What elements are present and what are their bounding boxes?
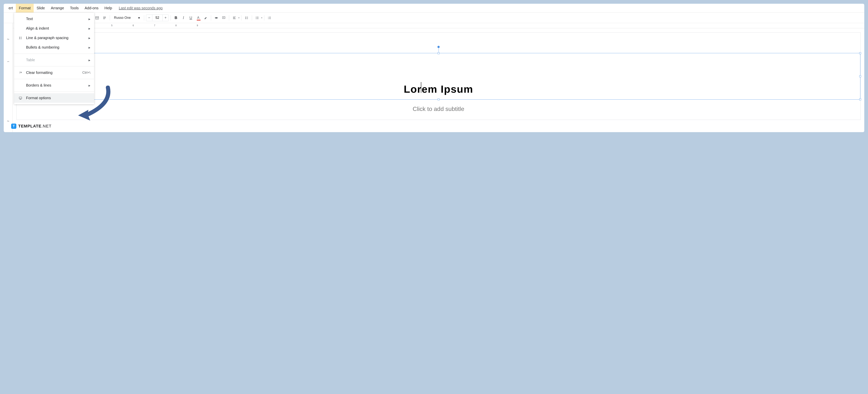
canvas-area: 2 1 2 1 2 3 4 5 6 7 8 9 bbox=[4, 23, 864, 132]
align-button[interactable] bbox=[231, 14, 238, 21]
menu-bullets-numbering[interactable]: Bullets & numbering ▸ bbox=[14, 42, 94, 52]
format-options-icon bbox=[18, 96, 23, 100]
text-cursor bbox=[421, 82, 421, 93]
font-size-input[interactable] bbox=[152, 15, 162, 21]
highlight-color-button[interactable] bbox=[203, 14, 209, 21]
submenu-arrow-icon: ▸ bbox=[89, 45, 90, 50]
slide[interactable]: Lorem Ipsum Click to add subtitle bbox=[17, 32, 861, 120]
submenu-arrow-icon: ▸ bbox=[89, 26, 90, 31]
submenu-arrow-icon: ▸ bbox=[89, 17, 90, 21]
menu-table: Table ▸ bbox=[14, 55, 94, 65]
menu-slide[interactable]: Slide bbox=[34, 4, 48, 12]
dropdown-caret-icon: ▾ bbox=[239, 17, 239, 19]
dropdown-caret-icon: ▾ bbox=[261, 17, 262, 19]
submenu-arrow-icon: ▸ bbox=[89, 58, 90, 62]
branding-logo: T TEMPLATE.NET bbox=[11, 124, 52, 129]
toolbar: Russo One ▾ − + B I U A ▾ ▾ 123 bbox=[4, 13, 864, 23]
decrease-font-button[interactable]: − bbox=[146, 15, 152, 21]
menu-divider bbox=[14, 79, 94, 79]
font-name: Russo One bbox=[114, 16, 131, 20]
rotate-handle[interactable] bbox=[437, 46, 440, 48]
main-canvas[interactable]: 1 2 3 4 5 6 7 8 9 bbox=[13, 23, 864, 132]
last-edit-link[interactable]: Last edit was seconds ago bbox=[119, 6, 163, 10]
line-spacing-icon bbox=[18, 36, 23, 40]
underline-button[interactable]: U bbox=[187, 14, 194, 21]
menu-help[interactable]: Help bbox=[101, 4, 115, 12]
bold-button[interactable]: B bbox=[173, 14, 179, 21]
numbered-list-button[interactable]: 123 bbox=[266, 14, 273, 21]
insert-link-button[interactable] bbox=[213, 14, 220, 21]
font-selector[interactable]: Russo One ▾ bbox=[112, 14, 142, 21]
dropdown-arrow-icon: ▾ bbox=[138, 16, 140, 20]
svg-rect-35 bbox=[19, 97, 22, 99]
add-comment-button[interactable] bbox=[220, 14, 227, 21]
shortcut-label: Ctrl+\ bbox=[82, 71, 90, 74]
title-text[interactable]: Lorem Ipsum bbox=[17, 79, 860, 99]
italic-button[interactable]: I bbox=[180, 14, 187, 21]
logo-icon: T bbox=[11, 124, 17, 129]
svg-point-18 bbox=[256, 18, 256, 18]
svg-rect-36 bbox=[20, 99, 21, 99]
bulleted-list-button[interactable] bbox=[254, 14, 260, 21]
menu-format-options[interactable]: Format options bbox=[14, 93, 94, 103]
menu-format[interactable]: Format bbox=[16, 4, 33, 12]
svg-point-19 bbox=[256, 19, 256, 19]
menu-align-indent[interactable]: Align & indent ▸ bbox=[14, 24, 94, 33]
svg-point-17 bbox=[256, 17, 256, 17]
resize-handle[interactable] bbox=[859, 52, 861, 54]
menu-tools[interactable]: Tools bbox=[67, 4, 82, 12]
menu-addons[interactable]: Add-ons bbox=[82, 4, 101, 12]
increase-font-button[interactable]: + bbox=[162, 15, 168, 21]
title-textbox[interactable]: Lorem Ipsum bbox=[17, 53, 860, 99]
menubar: ert Format Slide Arrange Tools Add-ons H… bbox=[4, 4, 864, 13]
clear-format-icon: T bbox=[18, 71, 23, 74]
line-spacing-button[interactable] bbox=[243, 14, 250, 21]
submenu-arrow-icon: ▸ bbox=[89, 36, 90, 40]
menu-line-spacing[interactable]: Line & paragraph spacing ▸ bbox=[14, 33, 94, 42]
menu-insert[interactable]: ert bbox=[6, 4, 16, 12]
resize-handle[interactable] bbox=[859, 75, 861, 77]
submenu-arrow-icon: ▸ bbox=[89, 83, 90, 88]
layout-icon[interactable] bbox=[94, 14, 100, 21]
svg-text:3: 3 bbox=[268, 18, 269, 19]
resize-handle[interactable] bbox=[438, 52, 439, 54]
theme-icon[interactable] bbox=[101, 14, 108, 21]
format-dropdown: Text ▸ Align & indent ▸ Line & paragraph… bbox=[14, 13, 94, 104]
horizontal-ruler: 1 2 3 4 5 6 7 8 9 bbox=[13, 23, 864, 28]
svg-text:T: T bbox=[19, 71, 21, 74]
menu-text[interactable]: Text ▸ bbox=[14, 14, 94, 24]
menu-borders-lines[interactable]: Borders & lines ▸ bbox=[14, 81, 94, 90]
subtitle-placeholder[interactable]: Click to add subtitle bbox=[17, 103, 860, 113]
menu-clear-formatting[interactable]: T Clear formatting Ctrl+\ bbox=[14, 68, 94, 78]
menu-divider bbox=[14, 54, 94, 54]
font-size-group: − + bbox=[146, 14, 169, 21]
app-window: ert Format Slide Arrange Tools Add-ons H… bbox=[4, 4, 864, 132]
text-color-button[interactable]: A bbox=[195, 14, 202, 21]
vertical-ruler: 2 1 2 bbox=[4, 23, 13, 132]
menu-arrange[interactable]: Arrange bbox=[48, 4, 67, 12]
